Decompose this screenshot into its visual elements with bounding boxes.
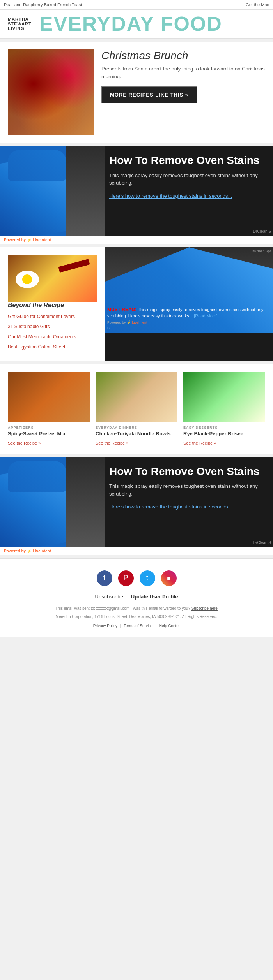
- recipe-category-2: EVERYDAY DINNERS: [96, 426, 177, 429]
- noodle-visual: [96, 372, 177, 422]
- beyond-section: Beyond the Recipe Gift Guide for Condime…: [0, 247, 105, 361]
- email-container: Pear-and-Raspberry Baked French Toast Ge…: [0, 0, 273, 637]
- recipe-card-3: EASY DESSERTS Rye Black-Pepper Brisee Se…: [183, 372, 265, 446]
- footer-legal: This email was sent to: xxxxxx@gmail.com…: [39, 605, 234, 629]
- ad3-powered-brand: ⚡ LiveIntent: [27, 549, 51, 553]
- ad-section-3: How To Remove Oven Stains This magic spr…: [0, 457, 273, 555]
- beyond-link-4[interactable]: Best Egyptian Cotton Sheets: [8, 344, 67, 350]
- brunch-content: Christmas Brunch Presents from Santa are…: [101, 49, 265, 103]
- divider-4: [0, 361, 273, 364]
- social-footer: f P t ■ Unsubscribe Update User Profile …: [0, 558, 273, 637]
- recipe-see-link-3[interactable]: See the Recipe »: [183, 441, 216, 445]
- ad1-description: This magic spray easily removes toughest…: [109, 172, 265, 187]
- help-center-link[interactable]: Help Center: [159, 624, 180, 628]
- ad3-powered-bar: Powered by ⚡ LiveIntent: [0, 547, 273, 555]
- ad2-read-more[interactable]: [Read More]: [194, 313, 218, 318]
- ad2-powered: Powered by ⚡ LiveIntent: [107, 320, 271, 325]
- ad3-oven-bg: [66, 457, 105, 547]
- ad1-powered-bar: Powered by ⚡ LiveIntent: [0, 236, 273, 244]
- ad1-title: How To Remove Oven Stains: [109, 154, 265, 167]
- facebook-icon[interactable]: f: [97, 570, 112, 586]
- top-bar-left-link[interactable]: Pear-and-Raspberry Baked French Toast: [4, 2, 82, 7]
- list-item: Best Egyptian Cotton Sheets: [8, 343, 98, 350]
- recipe-name-1: Spicy-Sweet Pretzel Mix: [8, 431, 90, 437]
- ad3-title: How To Remove Oven Stains: [109, 465, 265, 478]
- social-icons: f P t ■: [8, 570, 265, 586]
- recipe-card-image-3: [183, 372, 265, 422]
- beyond-image: [8, 255, 98, 302]
- ad1-powered-text: Powered by ⚡ LiveIntent: [4, 238, 51, 242]
- ad1-source: DrClean S: [253, 229, 271, 234]
- footer-links: Unsubscribe Update User Profile: [8, 594, 265, 600]
- divider-5: [0, 454, 273, 457]
- ad3-image: [0, 457, 105, 547]
- recipe-card-1: APPETIZERS Spicy-Sweet Pretzel Mix See t…: [8, 372, 90, 446]
- beyond-link-2[interactable]: 31 Sustainable Gifts: [8, 324, 50, 329]
- ad1-content: How To Remove Oven Stains This magic spr…: [101, 146, 273, 236]
- recipe-card-image-2: [96, 372, 177, 422]
- unsubscribe-link[interactable]: Unsubscribe: [95, 594, 123, 600]
- ad3-link[interactable]: Here's how to remove the toughest stains…: [109, 503, 265, 511]
- footer-legal-line2: Meredith Corporation, 1716 Locust Street…: [39, 614, 234, 620]
- update-profile-link[interactable]: Update User Profile: [131, 594, 178, 600]
- ad3-glove-fingers: [8, 461, 66, 492]
- bacon-visual: [58, 259, 90, 273]
- ad2-must-read: MUST READ:: [107, 307, 136, 312]
- divider-2: [0, 143, 273, 146]
- divider-1: [0, 39, 273, 42]
- ad2-image: DrClean Spr MUST READ: This magic spray …: [105, 247, 273, 333]
- ad3-description: This magic spray easily removes toughest…: [109, 482, 265, 498]
- recipe-card-2: EVERYDAY DINNERS Chicken-Teriyaki Noodle…: [96, 372, 177, 446]
- divider-3: [0, 244, 273, 247]
- glove-fingers: [8, 150, 66, 181]
- beyond-link-3[interactable]: Our Most Memorable Ornaments: [8, 334, 76, 340]
- list-item: 31 Sustainable Gifts: [8, 323, 98, 330]
- ad-section-2: DrClean Spr MUST READ: This magic spray …: [105, 247, 273, 361]
- ad3-powered-text: Powered by ⚡ LiveIntent: [4, 549, 51, 553]
- brand-line3: LIVING: [8, 26, 32, 31]
- recipe-see-link-2[interactable]: See the Recipe »: [96, 441, 128, 445]
- beyond-title: Beyond the Recipe: [8, 302, 98, 309]
- ad2-drclean-badge: DrClean Spr: [252, 249, 271, 253]
- beyond-link-1[interactable]: Gift Guide for Condiment Lovers: [8, 314, 75, 319]
- twitter-icon[interactable]: t: [140, 570, 155, 586]
- subscribe-here-link[interactable]: Subscribe here: [191, 606, 218, 611]
- ad1-image: [0, 146, 105, 236]
- beyond-links-list: Gift Guide for Condiment Lovers 31 Susta…: [8, 313, 98, 350]
- ad1-powered-brand: ⚡ LiveIntent: [27, 238, 51, 242]
- ad2-text-overlay: MUST READ: This magic spray easily remov…: [107, 306, 271, 331]
- recipe-category-1: APPETIZERS: [8, 426, 90, 429]
- privacy-policy-link[interactable]: Privacy Policy: [93, 624, 117, 628]
- egg-yolk: [22, 274, 32, 284]
- brunch-section: Christmas Brunch Presents from Santa are…: [0, 42, 273, 143]
- cta-more-recipes-button[interactable]: MORE RECIPES LIKE THIS »: [101, 86, 197, 103]
- french-toast-visual: [8, 49, 94, 135]
- list-item: Our Most Memorable Ornaments: [8, 333, 98, 340]
- recipe-grid: APPETIZERS Spicy-Sweet Pretzel Mix See t…: [0, 364, 273, 454]
- list-item: Gift Guide for Condiment Lovers: [8, 313, 98, 320]
- ad1-link[interactable]: Here's how to remove the toughest stains…: [109, 192, 265, 200]
- ad2-source: B: [107, 326, 110, 330]
- pinterest-icon[interactable]: P: [118, 570, 134, 586]
- top-bar: Pear-and-Raspberry Baked French Toast Ge…: [0, 0, 273, 10]
- brunch-image: [8, 49, 94, 135]
- instagram-icon[interactable]: ■: [161, 570, 177, 586]
- brand-line1: MARTHA: [8, 17, 32, 21]
- footer-legal-line1: This email was sent to: xxxxxx@gmail.com…: [39, 605, 234, 612]
- top-bar-right-link[interactable]: Get the Mac: [246, 2, 269, 7]
- recipe-category-3: EASY DESSERTS: [183, 426, 265, 429]
- ad3-content: How To Remove Oven Stains This magic spr…: [101, 457, 273, 547]
- ad-section-1: How To Remove Oven Stains This magic spr…: [0, 146, 273, 244]
- footer-bottom-links: Privacy Policy | Terms of Service | Help…: [39, 623, 234, 629]
- everyday-food-title: EVERYDAY FOOD: [39, 14, 222, 34]
- recipe-see-link-1[interactable]: See the Recipe »: [8, 441, 41, 445]
- recipe-name-2: Chicken-Teriyaki Noodle Bowls: [96, 431, 177, 437]
- mid-section: Beyond the Recipe Gift Guide for Condime…: [0, 247, 273, 361]
- terms-of-service-link[interactable]: Terms of Service: [124, 624, 152, 628]
- brunch-title: Christmas Brunch: [101, 49, 265, 62]
- brunch-description: Presents from Santa aren't the only thin…: [101, 65, 265, 80]
- recipe-card-image-1: [8, 372, 90, 422]
- brand-line2: STEWART: [8, 21, 32, 26]
- egg-visual: [16, 271, 39, 288]
- header: MARTHA STEWART LIVING EVERYDAY FOOD: [0, 10, 273, 39]
